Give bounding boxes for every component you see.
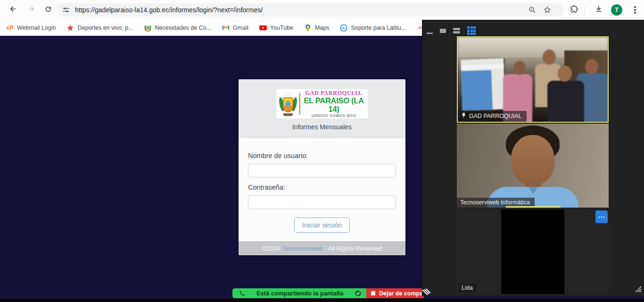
password-label: Contraseña: bbox=[248, 184, 396, 191]
bookmark-deportes[interactable]: Deportes en vivo, p... bbox=[66, 24, 133, 32]
svg-text:DELL: DELL bbox=[341, 27, 347, 29]
login-card-footer: ©2024 Tecnoserviweb - All Rights Reserve… bbox=[239, 241, 405, 255]
forward-button[interactable] bbox=[25, 3, 38, 17]
star-icon bbox=[66, 24, 74, 32]
meeting-controls bbox=[427, 25, 476, 36]
stop-sharing-button[interactable]: Dejar de comparti bbox=[366, 288, 424, 298]
login-button[interactable]: Iniciar sesión bbox=[294, 218, 350, 233]
group-video-feed bbox=[458, 37, 608, 122]
username-field[interactable] bbox=[248, 164, 396, 177]
address-bar[interactable]: https://gadelparaiso-la14.gob.ec/informe… bbox=[57, 3, 564, 17]
gad-logo: GAD PARROQUIAL EL PARAISO (LA 14) UNIDOS… bbox=[276, 89, 368, 118]
video-tile-gad-parroquial[interactable]: GAD PARROQUIAL bbox=[457, 36, 609, 123]
logo-line3: UNIDOS SOMOS MÁS bbox=[303, 114, 364, 118]
youtube-icon bbox=[259, 24, 267, 32]
logo-divider bbox=[299, 93, 300, 115]
logo-line2: EL PARAISO (LA 14) bbox=[303, 96, 364, 114]
participant-name: GAD PARROQUIAL bbox=[469, 113, 522, 119]
participant-name-badge: GAD PARROQUIAL bbox=[458, 111, 527, 122]
stop-sharing-label: Dejar de comparti bbox=[379, 290, 424, 297]
participant-name: Tecnoserviweb Informática bbox=[460, 199, 530, 206]
logo-text: GAD PARROQUIAL EL PARAISO (LA 14) UNIDOS… bbox=[303, 90, 364, 118]
bookmark-label: YouTube bbox=[270, 25, 293, 31]
zoom-level-icon[interactable] bbox=[528, 6, 537, 16]
stop-icon bbox=[371, 291, 375, 295]
reload-icon bbox=[44, 5, 52, 15]
bookmark-maps[interactable]: Maps bbox=[304, 24, 330, 32]
footer-year: ©2024 bbox=[262, 245, 281, 252]
password-field[interactable] bbox=[248, 195, 396, 209]
panel-resize-handle[interactable] bbox=[634, 285, 642, 294]
phone-icon bbox=[239, 290, 245, 296]
bookmark-label: Soporte para Latitu... bbox=[351, 25, 406, 31]
bookmark-label: Gmail bbox=[233, 25, 248, 31]
sharing-status-bar: Está compartiendo la pantalla bbox=[232, 288, 366, 298]
bookmark-necesidades[interactable]: Necesidades de Co... bbox=[144, 24, 212, 32]
bookmark-soporte-dell[interactable]: DELL Soporte para Latitu... bbox=[340, 24, 406, 32]
bookmark-label: Maps bbox=[315, 25, 330, 31]
more-options-button[interactable]: ⋯ bbox=[595, 210, 608, 223]
parish-crest-icon bbox=[280, 92, 297, 116]
reload-button[interactable] bbox=[41, 3, 55, 17]
pin-icon bbox=[461, 112, 466, 120]
participant-name: Lida bbox=[462, 285, 473, 291]
extensions-icon[interactable] bbox=[570, 4, 579, 16]
meeting-video-panel: GAD PARROQUIAL Tecnoserviweb Informática… bbox=[422, 20, 644, 296]
speaker-view-icon[interactable] bbox=[440, 29, 446, 33]
back-button[interactable] bbox=[7, 3, 20, 17]
video-tile-lida[interactable]: ⋯ Lida bbox=[457, 210, 609, 294]
gmail-icon bbox=[222, 24, 230, 32]
browser-toolbar: https://gadelparaiso-la14.gob.ec/informe… bbox=[0, 0, 644, 20]
back-icon bbox=[9, 5, 17, 15]
active-speaker-indicator bbox=[506, 206, 561, 208]
portrait-video-feed bbox=[457, 124, 609, 208]
forward-icon bbox=[27, 5, 35, 15]
maps-icon bbox=[304, 24, 312, 32]
resize-cursor bbox=[421, 288, 432, 300]
login-card-header: GAD PARROQUIAL EL PARAISO (LA 14) UNIDOS… bbox=[239, 79, 405, 138]
video-tile-tecnoserviweb[interactable]: Tecnoserviweb Informática bbox=[457, 124, 609, 208]
login-form: Nombre de usuario: Contraseña: Iniciar s… bbox=[239, 138, 405, 241]
chrome-menu-icon[interactable] bbox=[631, 5, 639, 15]
logo-line1: GAD PARROQUIAL bbox=[303, 90, 364, 96]
strip-view-icon[interactable] bbox=[453, 28, 460, 34]
participant-name-badge: Lida bbox=[459, 284, 477, 293]
url-text[interactable]: https://gadelparaiso-la14.gob.ec/informe… bbox=[75, 6, 263, 14]
downloads-icon[interactable] bbox=[594, 4, 603, 16]
bottom-edge bbox=[0, 299, 644, 302]
bookmark-label: Deportes en vivo, p... bbox=[77, 25, 133, 31]
screen: https://gadelparaiso-la14.gob.ec/informe… bbox=[0, 0, 644, 302]
shield-check-icon bbox=[355, 290, 362, 297]
login-card: GAD PARROQUIAL EL PARAISO (LA 14) UNIDOS… bbox=[239, 79, 405, 255]
gallery-view-icon[interactable] bbox=[467, 26, 476, 35]
bookmark-youtube[interactable]: YouTube bbox=[259, 24, 293, 32]
bookmark-webmail[interactable]: cP Webmail Login bbox=[6, 24, 56, 32]
toolbar-divider bbox=[585, 6, 585, 14]
page-title: Informes Mensuales bbox=[239, 123, 405, 131]
bookmark-label: Webmail Login bbox=[17, 25, 56, 31]
bookmark-label: Necesidades de Co... bbox=[155, 25, 212, 31]
username-label: Nombre de usuario: bbox=[248, 152, 396, 159]
dell-icon: DELL bbox=[340, 24, 347, 32]
camera-off-video bbox=[501, 210, 564, 294]
sharing-status-text: Está compartiendo la pantalla bbox=[245, 290, 355, 297]
footer-rights: - All Rights Reserved bbox=[325, 245, 382, 252]
profile-avatar[interactable]: T bbox=[611, 4, 622, 16]
bookmark-star-icon[interactable] bbox=[543, 6, 552, 16]
bookmark-gmail[interactable]: Gmail bbox=[222, 24, 248, 32]
ecuador-crest-icon bbox=[144, 24, 152, 32]
footer-brand-link[interactable]: Tecnoserviweb bbox=[282, 245, 323, 252]
cpanel-icon: cP bbox=[6, 24, 14, 32]
site-info-icon[interactable] bbox=[62, 6, 70, 14]
minimize-icon[interactable] bbox=[427, 33, 433, 34]
